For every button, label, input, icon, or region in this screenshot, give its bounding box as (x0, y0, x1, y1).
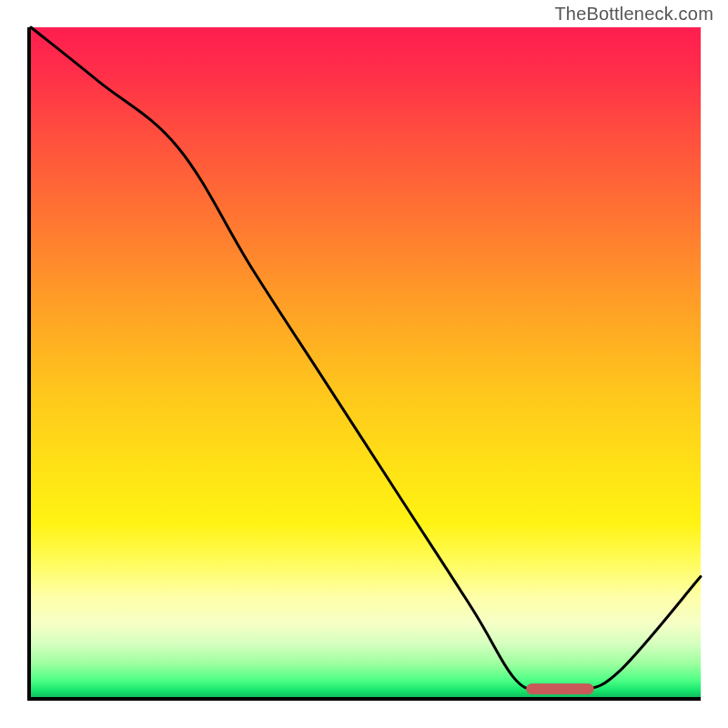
optimal-marker (527, 684, 594, 694)
watermark-text: TheBottleneck.com (554, 4, 713, 25)
bottleneck-chart: TheBottleneck.com (0, 0, 728, 728)
bottleneck-curve (31, 27, 701, 693)
curve-svg (31, 27, 701, 697)
plot-area (27, 27, 701, 701)
